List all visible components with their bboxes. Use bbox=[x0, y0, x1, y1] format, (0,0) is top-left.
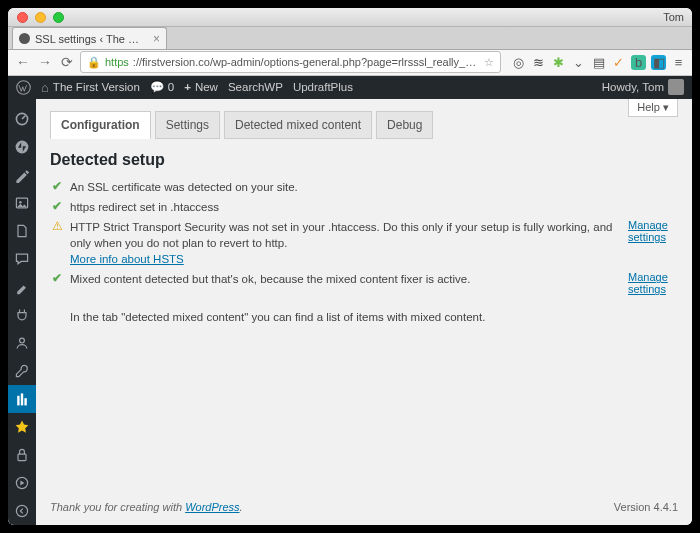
tab-mixed-content[interactable]: Detected mixed content bbox=[224, 111, 372, 139]
extension-pocket-icon[interactable]: ⌄ bbox=[571, 55, 586, 70]
check-text: Mixed content detected but that's ok, be… bbox=[70, 271, 622, 287]
sidebar-item-dashboard[interactable] bbox=[8, 105, 36, 133]
footer-thanks-pre: Thank you for creating with bbox=[50, 501, 185, 513]
mac-titlebar: Tom bbox=[8, 8, 692, 27]
detected-setup-list: ✔ An SSL certificate was detected on you… bbox=[50, 177, 678, 297]
mac-user-label: Tom bbox=[663, 11, 684, 23]
hsts-more-link[interactable]: More info about HSTS bbox=[70, 253, 184, 265]
sidebar-item-users[interactable] bbox=[8, 329, 36, 357]
svg-point-4 bbox=[19, 201, 21, 203]
sidebar-item-pages[interactable] bbox=[8, 217, 36, 245]
check-ok-icon: ✔ bbox=[50, 199, 64, 213]
url-rest: ://firstversion.co/wp-admin/options-gene… bbox=[133, 56, 480, 68]
browser-toolbar: ← → ⟳ 🔒 https://firstversion.co/wp-admin… bbox=[8, 50, 692, 76]
extension-check-icon[interactable]: ✓ bbox=[611, 55, 626, 70]
check-row: ✔ Mixed content detected but that's ok, … bbox=[50, 269, 678, 297]
svg-point-5 bbox=[20, 338, 25, 343]
sidebar-item-settings[interactable] bbox=[8, 385, 36, 413]
check-ok-icon: ✔ bbox=[50, 271, 64, 285]
sidebar-item-jetpack[interactable] bbox=[8, 133, 36, 161]
back-button[interactable]: ← bbox=[14, 53, 32, 71]
browser-tab[interactable]: SSL settings ‹ The First Ve… × bbox=[12, 27, 167, 49]
sidebar-item-appearance[interactable] bbox=[8, 273, 36, 301]
warning-icon: ⚠ bbox=[50, 219, 64, 233]
extension-badge-blue[interactable]: ◧ bbox=[651, 55, 666, 70]
extension-buffer-icon[interactable]: ▤ bbox=[591, 55, 606, 70]
settings-tabs: Configuration Settings Detected mixed co… bbox=[50, 111, 678, 139]
reload-button[interactable]: ⟳ bbox=[58, 53, 76, 71]
forward-button[interactable]: → bbox=[36, 53, 54, 71]
browser-menu-icon[interactable]: ≡ bbox=[671, 55, 686, 70]
sidebar-item-plugins[interactable] bbox=[8, 301, 36, 329]
footer-version: Version 4.4.1 bbox=[614, 501, 678, 513]
tab-debug[interactable]: Debug bbox=[376, 111, 433, 139]
section-heading: Detected setup bbox=[50, 151, 678, 169]
sidebar-item-posts[interactable] bbox=[8, 161, 36, 189]
check-row: ✔ https redirect set in .htaccess bbox=[50, 197, 678, 217]
help-button[interactable]: Help ▾ bbox=[628, 99, 678, 117]
wp-logo-icon[interactable] bbox=[16, 80, 31, 95]
maximize-window-icon[interactable] bbox=[53, 12, 64, 23]
check-row: ⚠ HTTP Strict Transport Security was not… bbox=[50, 217, 678, 269]
svg-point-0 bbox=[17, 81, 31, 95]
address-bar[interactable]: 🔒 https://firstversion.co/wp-admin/optio… bbox=[80, 51, 501, 73]
sidebar-item-security[interactable] bbox=[8, 441, 36, 469]
check-text-body: HTTP Strict Transport Security was not s… bbox=[70, 221, 612, 249]
check-text: https redirect set in .htaccess bbox=[70, 199, 678, 215]
sidebar-item-other[interactable] bbox=[8, 469, 36, 497]
bookmark-star-icon[interactable]: ☆ bbox=[484, 56, 494, 69]
check-text: An SSL certificate was detected on your … bbox=[70, 179, 678, 195]
browser-window: Tom SSL settings ‹ The First Ve… × ← → ⟳… bbox=[8, 8, 692, 525]
wp-body: Help ▾ Configuration Settings Detected m… bbox=[8, 99, 692, 525]
home-icon: ⌂ bbox=[41, 80, 49, 95]
plus-icon: + bbox=[184, 81, 191, 93]
close-window-icon[interactable] bbox=[17, 12, 28, 23]
extension-circle-icon[interactable]: ◎ bbox=[511, 55, 526, 70]
footer-thanks-post: . bbox=[240, 501, 243, 513]
wp-admin-bar: ⌂ The First Version 💬 0 + New SearchWP U… bbox=[8, 76, 692, 99]
tab-configuration[interactable]: Configuration bbox=[50, 111, 151, 139]
footer-wordpress-link[interactable]: WordPress bbox=[185, 501, 239, 513]
comment-icon: 💬 bbox=[150, 80, 164, 94]
admin-bar-comments[interactable]: 💬 0 bbox=[150, 80, 174, 94]
admin-bar-new[interactable]: + New bbox=[184, 81, 218, 93]
manage-settings-link[interactable]: Manage settings bbox=[628, 219, 678, 243]
manage-settings-link[interactable]: Manage settings bbox=[628, 271, 678, 295]
tab-settings[interactable]: Settings bbox=[155, 111, 220, 139]
extension-badge-green[interactable]: b bbox=[631, 55, 646, 70]
lock-icon: 🔒 bbox=[87, 56, 101, 69]
site-name: The First Version bbox=[53, 81, 140, 93]
sidebar-item-featured[interactable] bbox=[8, 413, 36, 441]
extension-evernote-icon[interactable]: ✱ bbox=[551, 55, 566, 70]
tab-favicon-icon bbox=[19, 33, 30, 44]
extension-stack-icon[interactable]: ≋ bbox=[531, 55, 546, 70]
browser-tabstrip: SSL settings ‹ The First Ve… × bbox=[8, 27, 692, 50]
footer-thanks: Thank you for creating with WordPress. bbox=[50, 501, 243, 513]
admin-bar-howdy[interactable]: Howdy, Tom bbox=[602, 79, 684, 95]
sidebar-item-comments[interactable] bbox=[8, 245, 36, 273]
new-label: New bbox=[195, 81, 218, 93]
svg-point-2 bbox=[16, 141, 29, 154]
admin-bar-searchwp[interactable]: SearchWP bbox=[228, 81, 283, 93]
traffic-lights bbox=[17, 12, 64, 23]
mixed-content-note: In the tab "detected mixed content" you … bbox=[70, 311, 678, 323]
check-text: HTTP Strict Transport Security was not s… bbox=[70, 219, 622, 267]
sidebar-item-tools[interactable] bbox=[8, 357, 36, 385]
tab-title: SSL settings ‹ The First Ve… bbox=[35, 33, 144, 45]
svg-rect-8 bbox=[24, 398, 26, 405]
main-content: Help ▾ Configuration Settings Detected m… bbox=[36, 99, 692, 525]
sidebar-collapse-icon[interactable] bbox=[8, 497, 36, 525]
avatar bbox=[668, 79, 684, 95]
wp-footer: Thank you for creating with WordPress. V… bbox=[50, 495, 678, 521]
svg-rect-6 bbox=[17, 396, 19, 406]
close-tab-icon[interactable]: × bbox=[153, 32, 160, 46]
svg-point-11 bbox=[16, 505, 27, 516]
extension-icons: ◎ ≋ ✱ ⌄ ▤ ✓ b ◧ ≡ bbox=[505, 55, 686, 70]
howdy-text: Howdy, Tom bbox=[602, 81, 664, 93]
admin-bar-site[interactable]: ⌂ The First Version bbox=[41, 80, 140, 95]
admin-bar-updraft[interactable]: UpdraftPlus bbox=[293, 81, 353, 93]
minimize-window-icon[interactable] bbox=[35, 12, 46, 23]
admin-sidebar bbox=[8, 99, 36, 525]
check-row: ✔ An SSL certificate was detected on you… bbox=[50, 177, 678, 197]
sidebar-item-media[interactable] bbox=[8, 189, 36, 217]
